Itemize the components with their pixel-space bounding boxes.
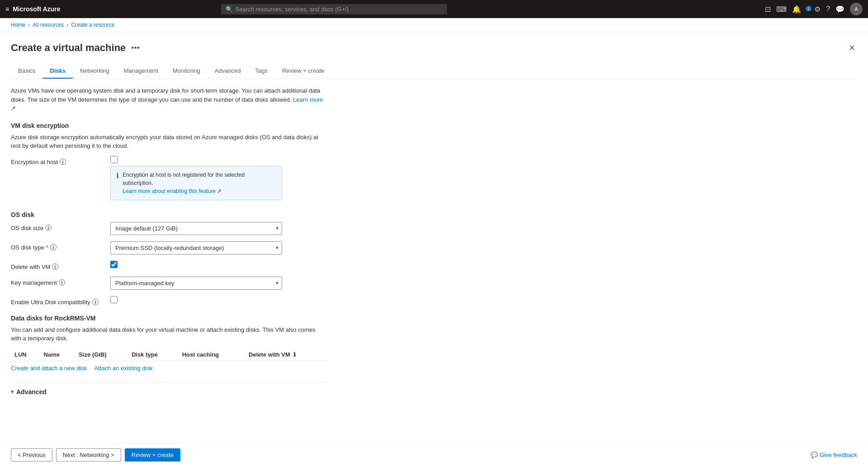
key-management-select-wrapper: Platform-managed key Customer-managed ke… [110, 277, 282, 290]
next-networking-button[interactable]: Next : Networking > [56, 448, 121, 461]
encryption-at-host-checkbox-wrapper [110, 156, 350, 163]
breadcrumb-create-resource[interactable]: Create a resource [71, 22, 114, 28]
page-title: Create a virtual machine [11, 42, 126, 54]
main-page: Create a virtual machine ••• ✕ Basics Di… [0, 32, 868, 463]
tab-review-create[interactable]: Review + create [275, 64, 332, 79]
os-disk-size-info[interactable]: ℹ [45, 225, 52, 231]
encryption-info-box: ℹ Encryption at host is not registered f… [110, 166, 282, 200]
disk-table-header: LUN Name Size (GiB) Disk type Host cachi… [11, 348, 327, 361]
col-host-caching: Host caching [179, 348, 245, 361]
os-disk-size-select-wrapper: Image default (127 GiB) 64 GiB 256 GiB 5… [110, 222, 282, 235]
tab-disks[interactable]: Disks [42, 64, 73, 79]
delete-with-vm-info[interactable]: ℹ [52, 264, 58, 270]
delete-with-vm-control [110, 261, 350, 268]
tabs: Basics Disks Networking Management Monit… [11, 64, 857, 79]
col-delete-with-vm: Delete with VM ℹ [245, 348, 327, 361]
page-header: Create a virtual machine ••• ✕ [11, 41, 857, 55]
os-disk-title: OS disk [11, 211, 857, 218]
tab-advanced[interactable]: Advanced [208, 64, 248, 79]
encryption-at-host-label: Encryption at host ℹ [11, 156, 110, 165]
os-disk-type-control: Premium SSD (locally-redundant storage) … [110, 241, 350, 254]
info-box-icon: ℹ [116, 171, 119, 180]
bottom-bar: < Previous Next : Networking > Review + … [0, 443, 868, 463]
encryption-at-host-info[interactable]: ℹ [60, 159, 66, 165]
app-name: Microsoft Azure [13, 5, 60, 13]
col-size: Size (GiB) [75, 348, 128, 361]
search-input[interactable] [236, 6, 443, 13]
feedback-icon[interactable]: 💬 [835, 5, 844, 14]
os-disk-section: OS disk OS disk size ℹ Image default (12… [11, 211, 857, 306]
key-management-select[interactable]: Platform-managed key Customer-managed ke… [110, 277, 282, 290]
delete-with-vm-checkbox-wrapper [110, 261, 350, 268]
ultra-disk-checkbox-wrapper [110, 296, 350, 303]
avatar[interactable]: A [850, 3, 863, 15]
learn-more-link[interactable]: Learn more [293, 96, 323, 103]
data-disks-table-container: LUN Name Size (GiB) Disk type Host cachi… [11, 348, 327, 372]
delete-with-vm-checkbox[interactable] [110, 261, 118, 268]
encryption-at-host-control: ℹ Encryption at host is not registered f… [110, 156, 350, 200]
encryption-at-host-row: Encryption at host ℹ ℹ Encryption at hos… [11, 156, 350, 200]
advanced-label: Advanced [16, 388, 47, 395]
review-create-button[interactable]: Review + create [125, 448, 181, 461]
notification-icon[interactable]: 🔔 1 [792, 5, 809, 14]
advanced-section: ▾ Advanced [11, 382, 327, 395]
attach-existing-disk-link[interactable]: Attach an existing disk [94, 365, 152, 372]
previous-button[interactable]: < Previous [11, 448, 52, 461]
os-disk-type-required: * [46, 244, 48, 251]
tab-management[interactable]: Management [117, 64, 165, 79]
disk-table-header-row: LUN Name Size (GiB) Disk type Host cachi… [11, 348, 327, 361]
tab-tags[interactable]: Tags [248, 64, 274, 79]
topbar-actions: ⊡ ⌨ 🔔 1 ⚙ ? 💬 A [765, 3, 863, 15]
give-feedback-link[interactable]: 💬 Give feedback [811, 452, 857, 458]
advanced-chevron-icon: ▾ [11, 389, 14, 395]
tab-monitoring[interactable]: Monitoring [165, 64, 208, 79]
os-disk-size-control: Image default (127 GiB) 64 GiB 256 GiB 5… [110, 222, 350, 235]
data-disks-title: Data disks for RockRMS-VM [11, 315, 857, 322]
hamburger-icon[interactable]: ≡ [5, 5, 9, 13]
key-management-row: Key management ℹ Platform-managed key Cu… [11, 277, 350, 290]
hamburger-menu[interactable]: ≡ Microsoft Azure [5, 5, 60, 13]
os-disk-type-select-wrapper: Premium SSD (locally-redundant storage) … [110, 241, 282, 254]
page-more-button[interactable]: ••• [131, 43, 140, 53]
encryption-title: VM disk encryption [11, 122, 857, 129]
breadcrumb-sep-2: › [66, 22, 68, 28]
os-disk-size-row: OS disk size ℹ Image default (127 GiB) 6… [11, 222, 350, 235]
close-button[interactable]: ✕ [847, 41, 857, 55]
ultra-disk-control [110, 296, 350, 303]
delete-with-vm-col-info[interactable]: ℹ [293, 351, 296, 358]
delete-with-vm-row: Delete with VM ℹ [11, 261, 350, 270]
disks-description: Azure VMs have one operating system disk… [11, 86, 327, 113]
os-disk-size-select[interactable]: Image default (127 GiB) 64 GiB 256 GiB 5… [110, 222, 282, 235]
os-disk-type-info[interactable]: ℹ [50, 244, 57, 250]
data-disks-description: You can add and configure additional dat… [11, 325, 327, 343]
data-disks-section: Data disks for RockRMS-VM You can add an… [11, 315, 857, 372]
encryption-section: VM disk encryption Azure disk storage en… [11, 122, 857, 200]
key-management-info[interactable]: ℹ [59, 279, 65, 286]
tab-networking[interactable]: Networking [73, 64, 117, 79]
breadcrumb-home[interactable]: Home [11, 22, 25, 28]
topbar: ≡ Microsoft Azure 🔍 ⊡ ⌨ 🔔 1 ⚙ ? 💬 A [0, 0, 868, 18]
enable-feature-link[interactable]: Learn more about enabling this feature [123, 188, 216, 194]
ultra-disk-checkbox[interactable] [110, 296, 118, 303]
help-icon[interactable]: ? [826, 5, 830, 13]
key-management-label: Key management ℹ [11, 277, 110, 286]
encryption-at-host-checkbox[interactable] [110, 156, 118, 163]
breadcrumb-all-resources[interactable]: All resources [33, 22, 64, 28]
disk-table-links: Create and attach a new disk Attach an e… [11, 365, 327, 372]
data-disks-table: LUN Name Size (GiB) Disk type Host cachi… [11, 348, 327, 361]
search-bar[interactable]: 🔍 [221, 4, 447, 14]
os-disk-type-label: OS disk type * ℹ [11, 241, 110, 251]
advanced-toggle[interactable]: ▾ Advanced [11, 388, 327, 395]
os-disk-type-select[interactable]: Premium SSD (locally-redundant storage) … [110, 241, 282, 254]
tab-basics[interactable]: Basics [11, 64, 42, 79]
create-attach-new-disk-link[interactable]: Create and attach a new disk [11, 365, 87, 372]
col-lun: LUN [11, 348, 40, 361]
delete-with-vm-label: Delete with VM ℹ [11, 261, 110, 270]
ultra-disk-info[interactable]: ℹ [92, 299, 99, 305]
ultra-disk-label: Enable Ultra Disk compatibility ℹ [11, 296, 110, 306]
col-disk-type: Disk type [128, 348, 179, 361]
portal-icon[interactable]: ⊡ [765, 5, 771, 14]
cloud-shell-icon[interactable]: ⌨ [776, 5, 787, 14]
col-name: Name [40, 348, 75, 361]
settings-icon[interactable]: ⚙ [814, 5, 821, 14]
